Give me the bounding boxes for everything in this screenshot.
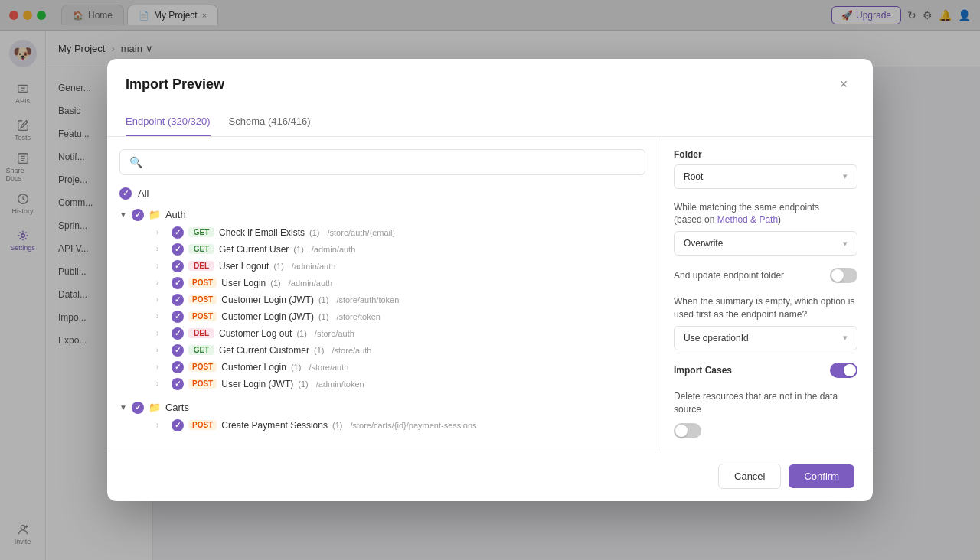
matching-value: Overwrite: [684, 238, 723, 249]
all-item[interactable]: All: [119, 184, 645, 203]
folder-select[interactable]: Root ▾: [674, 164, 858, 189]
tab-endpoint[interactable]: Endpoint (320/320): [126, 108, 211, 136]
endpoint-checkbox[interactable]: [172, 419, 184, 431]
delete-label: Delete resources that are not in the dat…: [674, 390, 858, 416]
import-cases-label: Import Cases: [674, 365, 732, 376]
expand-icon[interactable]: ›: [156, 278, 167, 287]
endpoint-create-payment-sessions: › POST Create Payment Sessions (1) /stor…: [132, 417, 645, 434]
endpoint-path: /store/auth: [332, 346, 372, 355]
endpoint-path: /admin/token: [316, 379, 364, 389]
matching-sub: (based on: [674, 214, 717, 225]
endpoint-count: (1): [298, 379, 308, 389]
group-carts: ▼ 📁 Carts › POST: [119, 399, 645, 434]
search-input[interactable]: [149, 156, 635, 168]
auth-label: Auth: [165, 209, 186, 220]
tab-endpoint-label: Endpoint (320/320): [126, 116, 211, 127]
cancel-button[interactable]: Cancel: [718, 464, 781, 489]
modal-left-panel: 🔍 All ▼: [107, 137, 658, 451]
import-cases-section: Import Cases: [674, 363, 858, 378]
folder-label: Folder: [674, 149, 858, 160]
expand-icon[interactable]: ›: [156, 245, 167, 253]
modal-close-button[interactable]: ×: [833, 74, 854, 96]
expand-icon[interactable]: ›: [156, 329, 167, 337]
endpoint-user-login-jwt: › POST User Login (JWT) (1) /admin/token: [132, 376, 645, 392]
expand-icon[interactable]: ›: [156, 262, 167, 270]
endpoint-checkbox[interactable]: [172, 311, 184, 323]
method-del-badge: DEL: [188, 328, 214, 338]
endpoint-checkbox[interactable]: [172, 294, 184, 306]
endpoint-checkbox[interactable]: [172, 378, 184, 390]
endpoint-count: (1): [273, 262, 283, 271]
auth-checkbox[interactable]: [132, 209, 144, 221]
endpoint-user-logout: › DEL User Logout (1) /admin/auth: [132, 258, 645, 275]
group-auth-header[interactable]: ▼ 📁 Auth: [119, 206, 645, 224]
carts-chevron-icon: ▼: [119, 403, 127, 412]
summary-select[interactable]: Use operationId ▾: [674, 326, 858, 350]
expand-icon[interactable]: ›: [156, 228, 167, 236]
search-box[interactable]: 🔍: [119, 149, 645, 175]
endpoint-count: (1): [332, 421, 342, 430]
matching-chevron-icon: ▾: [843, 239, 848, 249]
method-get-badge: GET: [188, 345, 214, 355]
endpoint-path: /store/auth/{email}: [327, 228, 395, 237]
endpoint-count: (1): [293, 245, 303, 254]
expand-icon[interactable]: ›: [156, 421, 167, 429]
auth-chevron-icon: ▼: [119, 210, 127, 219]
search-icon: 🔍: [129, 156, 142, 168]
matching-section: While matching the same endpoints (based…: [674, 201, 858, 256]
method-del-badge: DEL: [188, 261, 214, 271]
endpoint-customer-login-jwt-2: › POST Customer Login (JWT) (1) /store/t…: [132, 308, 645, 325]
summary-label: When the summary is empty, which option …: [674, 295, 858, 321]
endpoint-checkbox[interactable]: [172, 344, 184, 357]
endpoint-checkbox[interactable]: [172, 361, 184, 373]
all-checkbox[interactable]: [119, 187, 132, 200]
endpoint-checkbox[interactable]: [172, 260, 184, 272]
method-post-badge: POST: [188, 379, 217, 389]
folder-section: Folder Root ▾: [674, 149, 858, 189]
carts-checkbox[interactable]: [132, 402, 144, 414]
endpoint-checkbox[interactable]: [172, 277, 184, 289]
import-cases-toggle[interactable]: [830, 363, 858, 378]
endpoint-path: /store/auth/token: [336, 295, 399, 304]
confirm-button[interactable]: Confirm: [789, 464, 854, 488]
endpoint-customer-login: › POST Customer Login (1) /store/auth: [132, 359, 645, 376]
matching-label: While matching the same endpoints: [674, 202, 819, 213]
endpoint-get-current-user: › GET Get Current User (1) /admin/auth: [132, 241, 645, 258]
expand-icon[interactable]: ›: [156, 295, 167, 304]
update-folder-section: And update endpoint folder: [674, 268, 858, 283]
update-folder-row: And update endpoint folder: [674, 268, 858, 283]
endpoint-count: (1): [291, 363, 301, 372]
endpoint-customer-login-jwt-1: › POST Customer Login (JWT) (1) /store/a…: [132, 291, 645, 308]
endpoint-checkbox[interactable]: [172, 243, 184, 256]
endpoint-count: (1): [318, 312, 328, 321]
endpoint-count: (1): [314, 346, 324, 355]
matching-select[interactable]: Overwrite ▾: [674, 231, 858, 256]
expand-icon[interactable]: ›: [156, 379, 167, 388]
endpoint-path: /admin/auth: [292, 262, 335, 271]
delete-toggle[interactable]: [674, 423, 701, 438]
endpoint-checkbox[interactable]: [172, 327, 184, 340]
tab-schema-label: Schema (416/416): [229, 116, 311, 127]
carts-group-name: 📁 Carts: [149, 402, 189, 413]
endpoint-name: Get Current Customer: [219, 345, 309, 356]
expand-icon[interactable]: ›: [156, 363, 167, 371]
endpoint-name: Customer Log out: [219, 328, 292, 339]
method-path-link[interactable]: Method & Path: [717, 214, 778, 225]
toggle-knob: [675, 425, 688, 437]
endpoint-check-email: › GET Check if Email Exists (1) /store/a…: [132, 224, 645, 241]
update-folder-toggle[interactable]: [830, 268, 858, 283]
tab-schema[interactable]: Schema (416/416): [229, 108, 311, 136]
expand-icon[interactable]: ›: [156, 312, 167, 321]
method-post-badge: POST: [188, 311, 217, 321]
endpoint-name: User Login: [221, 278, 266, 288]
summary-section: When the summary is empty, which option …: [674, 295, 858, 350]
endpoint-name: Check if Email Exists: [219, 227, 305, 238]
expand-icon[interactable]: ›: [156, 346, 167, 354]
endpoint-count: (1): [296, 329, 306, 338]
endpoint-checkbox[interactable]: [172, 226, 184, 239]
endpoint-path: /store/carts/{id}/payment-sessions: [350, 421, 476, 430]
endpoint-count: (1): [270, 278, 280, 288]
group-carts-header[interactable]: ▼ 📁 Carts: [119, 399, 645, 417]
endpoint-name: Customer Login: [221, 362, 286, 373]
method-post-badge: POST: [188, 362, 217, 372]
